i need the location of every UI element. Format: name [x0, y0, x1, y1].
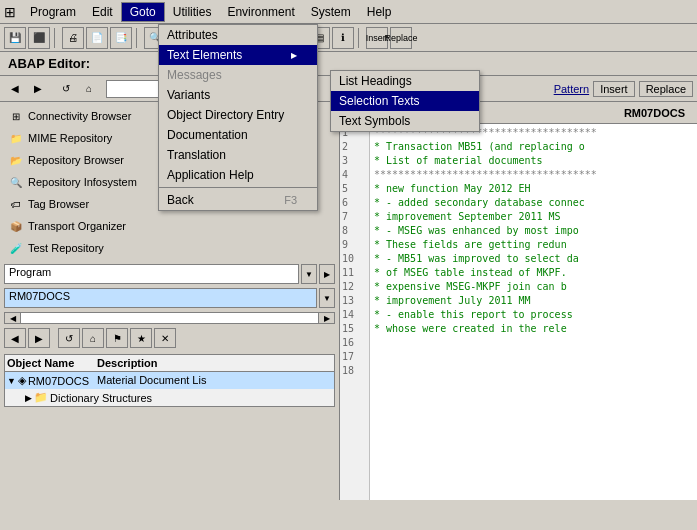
sidebar-item-transport-organizer[interactable]: 📦 Transport Organizer: [4, 216, 335, 236]
goto-back[interactable]: Back F3: [159, 190, 317, 210]
home-button[interactable]: ⌂: [78, 79, 100, 99]
sidebar-refresh-btn[interactable]: ↺: [58, 328, 80, 348]
obj-name-value: RM07DOCS: [28, 375, 89, 387]
object-area: Object Name Description ▼ ◈ RM07DOCS Mat…: [4, 354, 335, 407]
sidebar-back-btn[interactable]: ◀: [4, 328, 26, 348]
code-line-4: *************************************: [374, 168, 693, 182]
line-number-8: 8: [342, 224, 367, 238]
insert-replace-replace[interactable]: Replace: [639, 81, 693, 97]
line-number-2: 2: [342, 140, 367, 154]
back-nav-button[interactable]: ◀: [4, 79, 26, 99]
line-number-18: 18: [342, 364, 367, 378]
goto-menu: Attributes Text Elements ▶ Messages Vari…: [158, 24, 318, 211]
program-name-display: RM07DOCS: [616, 107, 693, 119]
menu-separator: [159, 187, 317, 188]
dict-row-inner: ▶ 📁 Dictionary Structures: [25, 391, 152, 404]
sidebar-forward-btn[interactable]: ▶: [28, 328, 50, 348]
obj-desc-label: Description: [97, 357, 332, 369]
sidebar-delete-btn[interactable]: ✕: [154, 328, 176, 348]
test-repo-icon: 🧪: [8, 240, 24, 256]
line-numbers: 123456789101112131415161718: [340, 124, 370, 500]
separator-2: [136, 28, 140, 48]
test-repo-label: Test Repository: [28, 242, 104, 254]
submenu-text-symbols[interactable]: Text Symbols: [331, 111, 479, 131]
sidebar-flag-btn[interactable]: ⚑: [106, 328, 128, 348]
line-number-14: 14: [342, 308, 367, 322]
code-line-10: * - MSEG was enhanced by most impo: [374, 224, 693, 238]
connectivity-label: Connectivity Browser: [28, 110, 131, 122]
dict-row[interactable]: ▶ 📁 Dictionary Structures: [5, 389, 334, 406]
code-line-16: * improvement July 2011 MM: [374, 294, 693, 308]
dict-icon: 📁: [34, 391, 48, 404]
goto-app-help[interactable]: Application Help: [159, 165, 317, 185]
code-area[interactable]: ************************************* * …: [370, 124, 697, 500]
menu-system[interactable]: System: [303, 3, 359, 21]
code-line-2: * Transaction MB51 (and replacing o: [374, 140, 693, 154]
line-number-5: 5: [342, 182, 367, 196]
pattern-label: Pattern: [554, 83, 589, 95]
insert-replace-insert[interactable]: Insert: [593, 81, 635, 97]
goto-variants[interactable]: Variants: [159, 85, 317, 105]
tag-label: Tag Browser: [28, 198, 89, 210]
connectivity-icon: ⊞: [8, 108, 24, 124]
goto-object-dir[interactable]: Object Directory Entry: [159, 105, 317, 125]
info-button[interactable]: ℹ: [332, 27, 354, 49]
menu-utilities[interactable]: Utilities: [165, 3, 220, 21]
replace-button[interactable]: Replace: [390, 27, 412, 49]
menu-edit[interactable]: Edit: [84, 3, 121, 21]
goto-documentation[interactable]: Documentation: [159, 125, 317, 145]
print-button[interactable]: 🖨: [62, 27, 84, 49]
shortcut-button[interactable]: ⬛: [28, 27, 50, 49]
line-number-12: 12: [342, 280, 367, 294]
repo-browser-icon: 📂: [8, 152, 24, 168]
text-elements-submenu: List Headings Selection Texts Text Symbo…: [330, 70, 480, 132]
print2-button[interactable]: 📄: [86, 27, 108, 49]
line-number-17: 17: [342, 350, 367, 364]
submenu-selection-texts[interactable]: Selection Texts: [331, 91, 479, 111]
repo-info-label: Repository Infosystem: [28, 176, 137, 188]
transport-icon: 📦: [8, 218, 24, 234]
refresh-button[interactable]: ↺: [55, 79, 77, 99]
sidebar-item-test-repository[interactable]: 🧪 Test Repository: [4, 238, 335, 258]
line-number-4: 4: [342, 168, 367, 182]
obj-name-row: ▼ ◈ RM07DOCS: [7, 374, 97, 387]
code-line-11: * These fields are getting redun: [374, 238, 693, 252]
program-icon: ⊞: [4, 4, 16, 20]
program-scroll-right[interactable]: ▶: [319, 264, 335, 284]
print3-button[interactable]: 📑: [110, 27, 132, 49]
menu-help[interactable]: Help: [359, 3, 400, 21]
goto-text-elements[interactable]: Text Elements ▶: [159, 45, 317, 65]
code-line-9: * improvement September 2011 MS: [374, 210, 693, 224]
program-name-input[interactable]: RM07DOCS: [4, 288, 317, 308]
sidebar-home-btn[interactable]: ⌂: [82, 328, 104, 348]
h-scrollbar[interactable]: ◀ ▶: [4, 312, 335, 324]
sidebar-nav-row: ◀ ▶ ↺ ⌂ ⚑ ★ ✕: [4, 328, 335, 348]
submenu-list-headings[interactable]: List Headings: [331, 71, 479, 91]
menu-goto[interactable]: Goto: [121, 2, 165, 22]
code-line-6: * new function May 2012 EH: [374, 182, 693, 196]
sidebar-bookmark-btn[interactable]: ★: [130, 328, 152, 348]
forward-nav-button[interactable]: ▶: [27, 79, 49, 99]
menu-program[interactable]: Program: [22, 3, 84, 21]
object-row[interactable]: ▼ ◈ RM07DOCS Material Document Lis: [5, 372, 334, 389]
text-elements-arrow: ▶: [291, 51, 297, 60]
menu-bar: ⊞ Program Edit Goto Utilities Environmen…: [0, 0, 697, 24]
program-name-arrow[interactable]: ▼: [319, 288, 335, 308]
program-dropdown-arrow[interactable]: ▼: [301, 264, 317, 284]
mime-icon: 📁: [8, 130, 24, 146]
menu-environment[interactable]: Environment: [219, 3, 302, 21]
program-name-row: RM07DOCS ▼: [4, 288, 335, 308]
line-number-7: 7: [342, 210, 367, 224]
goto-attributes[interactable]: Attributes: [159, 25, 317, 45]
save-button[interactable]: 💾: [4, 27, 26, 49]
line-number-3: 3: [342, 154, 367, 168]
code-line-18: * whose were created in the rele: [374, 322, 693, 336]
editor-content: 123456789101112131415161718 ************…: [340, 124, 697, 500]
goto-translation[interactable]: Translation: [159, 145, 317, 165]
line-number-10: 10: [342, 252, 367, 266]
dict-label: Dictionary Structures: [50, 392, 152, 404]
main-content: ⊞ Connectivity Browser 📁 MIME Repository…: [0, 102, 697, 500]
program-dropdown[interactable]: Program: [4, 264, 299, 284]
editor-area: Report RM07DOCS 123456789101112131415161…: [340, 102, 697, 500]
line-number-11: 11: [342, 266, 367, 280]
